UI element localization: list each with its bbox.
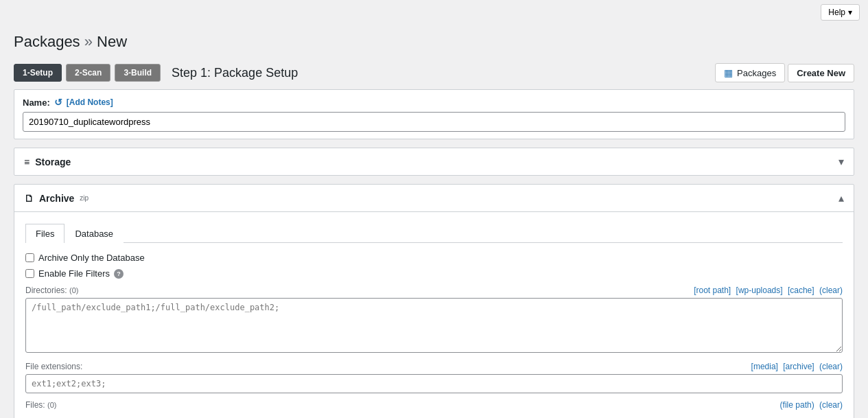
top-bar: Help ▾ bbox=[0, 0, 868, 25]
directories-field-row: Directories: (0) [root path] [wp-uploads… bbox=[25, 286, 843, 355]
toolbar: 1-Setup 2-Scan 3-Build Step 1: Package S… bbox=[14, 56, 854, 89]
directories-clear-link[interactable]: (clear) bbox=[819, 286, 843, 295]
archive-file-icon: 🗋 bbox=[24, 193, 34, 204]
archive-title-text: Archive bbox=[39, 193, 74, 204]
files-links: (file path) (clear) bbox=[777, 400, 843, 410]
archive-title: 🗋 Archive zip bbox=[24, 193, 89, 204]
file-extensions-label-row: File extensions: [media] [archive] (clea… bbox=[25, 362, 843, 371]
file-extensions-field-row: File extensions: [media] [archive] (clea… bbox=[25, 362, 843, 393]
storage-title-text: Storage bbox=[35, 156, 71, 167]
step-title: Step 1: Package Setup bbox=[172, 66, 298, 80]
name-input[interactable] bbox=[23, 112, 845, 132]
archive-link[interactable]: [archive] bbox=[783, 362, 814, 371]
archive-badge: zip bbox=[80, 194, 89, 202]
file-path-link[interactable]: (file path) bbox=[780, 400, 814, 410]
enable-file-filters-label: Enable File Filters bbox=[38, 268, 110, 279]
file-extensions-input[interactable] bbox=[25, 374, 843, 393]
main-content: 1-Setup 2-Scan 3-Build Step 1: Package S… bbox=[0, 56, 868, 418]
chevron-down-icon: ▾ bbox=[848, 8, 852, 17]
step2-button[interactable]: 2-Scan bbox=[66, 64, 110, 82]
page-title: Packages » New bbox=[14, 33, 854, 51]
name-label-text: Name: bbox=[23, 97, 50, 108]
packages-button[interactable]: ▦ Packages bbox=[715, 63, 785, 82]
directories-links: [root path] [wp-uploads] [cache] (clear) bbox=[691, 286, 843, 295]
create-new-button[interactable]: Create New bbox=[788, 64, 854, 82]
storage-card: ≡ Storage ▾ bbox=[14, 148, 854, 176]
help-label: Help bbox=[828, 8, 845, 17]
directories-label: Directories: (0) bbox=[25, 286, 78, 295]
storage-chevron-down-icon: ▾ bbox=[838, 155, 844, 168]
toolbar-actions: ▦ Packages Create New bbox=[715, 63, 854, 82]
files-label-row: Files: (0) (file path) (clear) bbox=[25, 400, 843, 410]
archive-body: Files Database Archive Only the Database… bbox=[14, 212, 854, 418]
archive-only-db-label: Archive Only the Database bbox=[38, 253, 145, 263]
enable-file-filters-row: Enable File Filters ? bbox=[25, 268, 843, 279]
name-label-row: Name: ↺ [Add Notes] bbox=[23, 97, 845, 108]
help-button[interactable]: Help ▾ bbox=[821, 4, 860, 21]
files-clear-link[interactable]: (clear) bbox=[819, 400, 843, 410]
directories-count: (0) bbox=[69, 286, 78, 294]
archive-tabs: Files Database bbox=[25, 223, 843, 243]
refresh-icon[interactable]: ↺ bbox=[54, 97, 62, 108]
files-field-row: Files: (0) (file path) (clear) bbox=[25, 400, 843, 410]
name-section: Name: ↺ [Add Notes] bbox=[14, 90, 854, 139]
step1-button[interactable]: 1-Setup bbox=[14, 64, 62, 82]
packages-icon: ▦ bbox=[724, 67, 733, 78]
storage-icon: ≡ bbox=[24, 156, 30, 167]
directories-label-row: Directories: (0) [root path] [wp-uploads… bbox=[25, 286, 843, 295]
root-path-link[interactable]: [root path] bbox=[694, 286, 731, 295]
help-circle-icon[interactable]: ? bbox=[114, 269, 124, 279]
files-label: Files: (0) bbox=[25, 400, 56, 410]
archive-only-db-checkbox[interactable] bbox=[25, 253, 34, 262]
archive-card: 🗋 Archive zip ▴ Files Database Archive O… bbox=[14, 184, 854, 418]
tab-files[interactable]: Files bbox=[25, 224, 64, 243]
storage-section-header[interactable]: ≡ Storage ▾ bbox=[14, 148, 854, 175]
wp-uploads-link[interactable]: [wp-uploads] bbox=[736, 286, 783, 295]
steps: 1-Setup 2-Scan 3-Build Step 1: Package S… bbox=[14, 64, 298, 82]
step3-button[interactable]: 3-Build bbox=[115, 64, 161, 82]
media-link[interactable]: [media] bbox=[751, 362, 778, 371]
name-card: Name: ↺ [Add Notes] bbox=[14, 89, 854, 139]
add-notes-link[interactable]: [Add Notes] bbox=[67, 97, 113, 107]
enable-file-filters-checkbox[interactable] bbox=[25, 269, 34, 278]
archive-section-header[interactable]: 🗋 Archive zip ▴ bbox=[14, 185, 854, 212]
page-header: Packages » New bbox=[0, 25, 868, 56]
tab-database[interactable]: Database bbox=[64, 224, 124, 243]
archive-only-db-row: Archive Only the Database bbox=[25, 253, 843, 263]
directories-textarea[interactable] bbox=[25, 298, 843, 353]
storage-title: ≡ Storage bbox=[24, 156, 71, 167]
file-extensions-label: File extensions: bbox=[25, 362, 82, 371]
file-extensions-clear-link[interactable]: (clear) bbox=[819, 362, 843, 371]
files-count: (0) bbox=[47, 401, 56, 409]
cache-link[interactable]: [cache] bbox=[788, 286, 814, 295]
file-extensions-links: [media] [archive] (clear) bbox=[749, 362, 843, 371]
packages-label: Packages bbox=[737, 68, 776, 78]
archive-chevron-up-icon: ▴ bbox=[838, 191, 844, 205]
